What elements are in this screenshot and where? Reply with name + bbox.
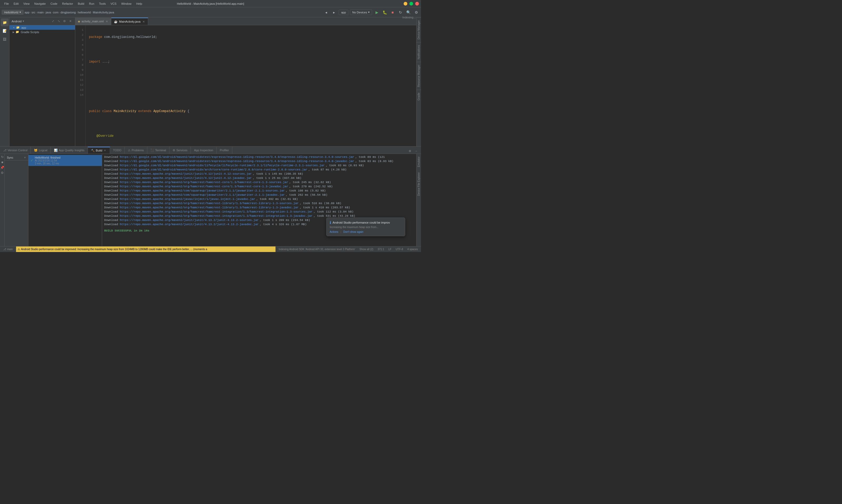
gradle-panel[interactable]: Gradle [416, 90, 421, 103]
log-url[interactable]: https://dl.google.com/dl/android/maven2/… [120, 167, 307, 172]
device-selector[interactable]: No Devices ▾ [350, 10, 372, 15]
commit-icon[interactable]: 📝 [1, 27, 9, 35]
log-url[interactable]: https://repo.maven.apache.org/maven2/org… [120, 205, 299, 210]
log-url[interactable]: https://repo.maven.apache.org/maven2/jun… [120, 172, 252, 176]
show-all-button[interactable]: Show all (2) [358, 247, 374, 252]
log-url[interactable]: https://repo.maven.apache.org/maven2/org… [120, 210, 312, 214]
vcs-status[interactable]: ⎇ main [2, 247, 14, 252]
indexing-status-bar[interactable]: Indexing Android SDK 'Android API 33, ex… [277, 247, 356, 252]
status-warning-text[interactable]: ⚠ Android Studio performance could be im… [16, 247, 275, 252]
menu-refactor[interactable]: Refactor [60, 2, 75, 6]
resource-icon[interactable]: 🖼 [1, 35, 9, 43]
tab-close-xml[interactable]: ✕ [105, 20, 108, 23]
stop-build-icon[interactable]: ■ [0, 160, 4, 164]
expand-all-button[interactable]: ⤢ [50, 19, 55, 24]
menu-help[interactable]: Help [134, 2, 144, 6]
minimize-button[interactable]: − [404, 2, 407, 5]
log-url[interactable]: https://repo.maven.apache.org/maven2/com… [120, 193, 285, 197]
encoding[interactable]: UTF-8 [395, 248, 404, 251]
log-url[interactable]: https://repo.maven.apache.org/maven2/jun… [120, 222, 259, 227]
tab-version-control[interactable]: ⎇ Version Control [0, 147, 31, 154]
menu-file[interactable]: File [2, 2, 11, 6]
tab-services[interactable]: ⚙ Services [169, 147, 191, 154]
build-result-item[interactable]: ✓ HelloWorld: finished At 2023/2/26 11:5… [29, 155, 102, 166]
menu-tools[interactable]: Tools [97, 2, 108, 6]
build-tab-close[interactable]: ✕ [103, 149, 107, 152]
emulator-panel[interactable]: Emulator [416, 154, 421, 170]
indent-settings[interactable]: 4 spaces [406, 248, 419, 251]
settings-button[interactable]: ⚙ [413, 9, 419, 16]
tab-profiler[interactable]: Profiler [217, 147, 232, 154]
toast-actions-link[interactable]: Actions [330, 230, 338, 233]
log-url[interactable]: https://repo.maven.apache.org/maven2/jav… [120, 197, 255, 201]
log-url[interactable]: https://repo.maven.apache.org/maven2/com… [120, 188, 285, 193]
menu-window[interactable]: Window [119, 2, 134, 6]
forward-button[interactable]: ▸ [331, 9, 337, 16]
tree-item-gradle[interactable]: ▶ 📁 Gradle Scripts [10, 30, 75, 34]
line-separator[interactable]: LF [387, 248, 393, 251]
device-manager-panel[interactable]: Device Manager [416, 17, 421, 42]
sync-button[interactable]: ↻ [397, 9, 404, 16]
tab-terminal[interactable]: ⬛ Terminal [147, 147, 170, 154]
search-button[interactable]: 🔍 [405, 9, 412, 16]
breadcrumb-src[interactable]: src [32, 11, 36, 14]
sync-build-icon[interactable]: ↻ [0, 155, 4, 159]
breadcrumb-mainactivity[interactable]: MainActivity.java [93, 11, 114, 14]
code-content[interactable]: package com.dingjiaxiong.helloworld; imp… [86, 25, 416, 146]
sync-close-icon[interactable]: ✕ [24, 156, 26, 159]
close-panel-button[interactable]: ✕ [68, 19, 73, 24]
sync-tab[interactable]: Sync ✕ [5, 155, 28, 160]
tab-activity-main-xml[interactable]: ◈ activity_main.xml ✕ [75, 18, 111, 25]
toast-dismiss-link[interactable]: Don't show again [343, 230, 363, 233]
tab-close-java[interactable]: ✕ [142, 20, 145, 23]
tab-build[interactable]: 🔨 Build ✕ [88, 147, 110, 154]
log-url[interactable]: https://repo.maven.apache.org/maven2/org… [120, 184, 288, 188]
menu-edit[interactable]: Edit [12, 2, 21, 6]
collapse-all-button[interactable]: ⤡ [56, 19, 61, 24]
run-button[interactable]: ▶ [374, 9, 380, 16]
menu-code[interactable]: Code [49, 2, 59, 6]
tab-todo[interactable]: TODO [110, 147, 125, 154]
back-button[interactable]: ◂ [323, 9, 329, 16]
project-selector[interactable]: HelloWorld ▾ [2, 10, 24, 15]
settings-panel-button[interactable]: ⚙ [62, 19, 67, 24]
menu-navigate[interactable]: Navigate [32, 2, 48, 6]
notifications-panel[interactable]: Notifications [416, 42, 421, 62]
project-icon[interactable]: 📁 [1, 18, 9, 26]
maximize-button[interactable]: □ [409, 2, 413, 5]
breadcrumb-app[interactable]: app [25, 11, 30, 14]
breadcrumb-java[interactable]: java [46, 11, 51, 14]
cursor-position[interactable]: 371:1 [377, 248, 385, 251]
tree-item-app[interactable]: ▼ 📁 app [10, 25, 75, 30]
tab-logcat[interactable]: 🐱 Logcat [31, 147, 51, 154]
stop-button[interactable]: ■ [390, 9, 396, 16]
settings-build-panel[interactable]: ⚙ [407, 148, 413, 154]
log-url[interactable]: https://repo.maven.apache.org/maven2/jun… [120, 176, 252, 180]
breadcrumb-com[interactable]: com [53, 11, 58, 14]
menu-build[interactable]: Build [76, 2, 86, 6]
log-url[interactable]: https://dl.google.com/dl/android/maven2/… [120, 159, 354, 163]
log-url[interactable]: https://repo.maven.apache.org/maven2/org… [120, 201, 299, 205]
pin-build-icon[interactable]: 📌 [0, 165, 4, 170]
breadcrumb-helloworld[interactable]: helloworld [78, 11, 91, 14]
log-url[interactable]: https://repo.maven.apache.org/maven2/org… [120, 214, 312, 218]
menu-run[interactable]: Run [87, 2, 96, 6]
app-selector[interactable]: app [339, 10, 348, 15]
tab-mainactivity-java[interactable]: ☕ MainActivity.java ✕ [111, 18, 148, 25]
log-url[interactable]: https://repo.maven.apache.org/maven2/org… [120, 180, 288, 184]
tab-app-quality[interactable]: 📊 App Quality Insights [51, 147, 88, 154]
log-url[interactable]: https://repo.maven.apache.org/maven2/jun… [120, 218, 259, 222]
breadcrumb-dingjiaxiong[interactable]: dingjiaxiong [60, 11, 76, 14]
settings-build-icon[interactable]: ⚙ [0, 171, 4, 175]
tab-app-inspection[interactable]: App Inspection [191, 147, 217, 154]
resource-manager-panel[interactable]: Resource Manager [416, 62, 421, 90]
menu-view[interactable]: View [21, 2, 32, 6]
close-build-panel[interactable]: − [414, 148, 419, 154]
device-file-explorer-panel[interactable]: Device File Explorer [416, 170, 421, 198]
close-button[interactable]: × [415, 2, 419, 5]
log-url[interactable]: https://dl.google.com/dl/android/maven2/… [120, 155, 354, 159]
menu-vcs[interactable]: VCS [108, 2, 119, 6]
code-editor[interactable]: 1 2 3 4 5 6 7 8 9 10 11 12 13 14 package… [75, 25, 416, 146]
log-url[interactable]: https://dl.google.com/dl/android/maven2/… [120, 163, 325, 167]
debug-button[interactable]: 🐛 [381, 9, 388, 16]
